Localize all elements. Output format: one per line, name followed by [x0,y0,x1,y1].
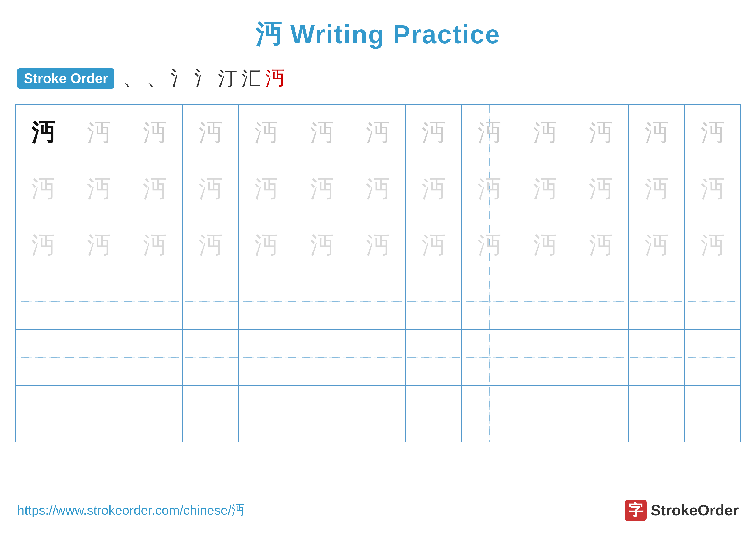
grid-row [15,386,741,442]
grid-row: 沔沔沔沔沔沔沔沔沔沔沔沔沔 [15,161,741,217]
grid-cell[interactable] [573,386,629,442]
grid-cell[interactable]: 沔 [183,105,239,161]
grid-cell[interactable]: 沔 [127,105,183,161]
grid-cell[interactable]: 沔 [239,161,294,217]
stroke-3: 氵 [171,65,190,91]
grid-cell[interactable] [239,273,294,329]
practice-character: 沔 [422,233,446,257]
grid-cell[interactable] [294,386,350,442]
grid-cell[interactable]: 沔 [127,217,183,273]
grid-cell[interactable] [71,386,127,442]
grid-cell[interactable]: 沔 [462,105,517,161]
grid-cell[interactable] [629,273,685,329]
grid-cell[interactable]: 沔 [517,105,573,161]
grid-cell[interactable]: 沔 [406,161,462,217]
grid-cell[interactable]: 沔 [517,217,573,273]
grid-cell[interactable] [183,330,239,385]
grid-cell[interactable] [517,330,573,385]
grid-cell[interactable]: 沔 [294,161,350,217]
grid-cell[interactable] [406,330,462,385]
grid-cell[interactable] [15,273,71,329]
grid-cell[interactable]: 沔 [294,105,350,161]
stroke-2: 、 [147,65,166,91]
grid-cell[interactable] [462,386,517,442]
grid-cell[interactable] [573,273,629,329]
grid-cell[interactable] [127,330,183,385]
practice-character: 沔 [143,177,167,201]
grid-cell[interactable]: 沔 [239,217,294,273]
practice-character: 沔 [589,177,613,201]
grid-cell[interactable]: 沔 [406,217,462,273]
stroke-4: 氵 [194,65,214,91]
grid-cell[interactable]: 沔 [573,161,629,217]
practice-character: 沔 [87,121,111,144]
grid-cell[interactable] [71,273,127,329]
grid-cell[interactable]: 沔 [15,161,71,217]
footer-url: https://www.strokeorder.com/chinese/沔 [17,502,244,519]
grid-cell[interactable]: 沔 [15,217,71,273]
grid-cell[interactable] [239,386,294,442]
practice-character: 沔 [701,233,724,257]
grid-cell[interactable] [629,386,685,442]
grid-cell[interactable] [350,273,406,329]
grid-cell[interactable]: 沔 [685,161,741,217]
grid-cell[interactable] [573,330,629,385]
practice-character: 沔 [645,233,668,257]
grid-cell[interactable]: 沔 [183,217,239,273]
grid-cell[interactable]: 沔 [629,161,685,217]
grid-cell[interactable]: 沔 [629,217,685,273]
practice-character: 沔 [254,121,278,144]
grid-cell[interactable] [127,386,183,442]
grid-cell[interactable]: 沔 [15,105,71,161]
grid-cell[interactable] [350,330,406,385]
grid-cell[interactable]: 沔 [462,217,517,273]
grid-cell[interactable] [462,273,517,329]
grid-cell[interactable] [71,330,127,385]
grid-cell[interactable] [183,386,239,442]
practice-character: 沔 [199,233,222,257]
grid-cell[interactable]: 沔 [350,217,406,273]
grid-cell[interactable] [685,386,741,442]
practice-character: 沔 [310,121,334,144]
footer: https://www.strokeorder.com/chinese/沔 字 … [17,499,739,521]
grid-cell[interactable] [294,273,350,329]
grid-cell[interactable]: 沔 [685,105,741,161]
grid-cell[interactable] [239,330,294,385]
grid-cell[interactable]: 沔 [517,161,573,217]
grid-cell[interactable]: 沔 [71,217,127,273]
grid-cell[interactable]: 沔 [685,217,741,273]
grid-cell[interactable] [629,330,685,385]
grid-cell[interactable] [406,273,462,329]
grid-cell[interactable] [685,330,741,385]
grid-cell[interactable] [462,330,517,385]
grid-cell[interactable] [15,386,71,442]
grid-cell[interactable] [294,330,350,385]
grid-cell[interactable]: 沔 [462,161,517,217]
grid-row: 沔沔沔沔沔沔沔沔沔沔沔沔沔 [15,105,741,161]
grid-cell[interactable] [517,386,573,442]
grid-cell[interactable]: 沔 [183,161,239,217]
grid-cell[interactable]: 沔 [71,161,127,217]
grid-cell[interactable] [127,273,183,329]
practice-character: 沔 [422,121,446,144]
grid-cell[interactable]: 沔 [71,105,127,161]
grid-cell[interactable]: 沔 [406,105,462,161]
grid-cell[interactable]: 沔 [629,105,685,161]
grid-cell[interactable]: 沔 [294,217,350,273]
practice-character: 沔 [477,177,501,201]
grid-cell[interactable]: 沔 [127,161,183,217]
practice-character: 沔 [254,177,278,201]
grid-cell[interactable] [15,330,71,385]
grid-cell[interactable] [406,386,462,442]
grid-cell[interactable]: 沔 [239,105,294,161]
grid-cell[interactable] [183,273,239,329]
practice-character: 沔 [310,233,334,257]
grid-cell[interactable]: 沔 [350,161,406,217]
grid-cell[interactable] [685,273,741,329]
grid-cell[interactable] [350,386,406,442]
grid-cell[interactable]: 沔 [350,105,406,161]
grid-cell[interactable]: 沔 [573,105,629,161]
grid-cell[interactable] [517,273,573,329]
practice-character: 沔 [477,233,501,257]
grid-cell[interactable]: 沔 [573,217,629,273]
